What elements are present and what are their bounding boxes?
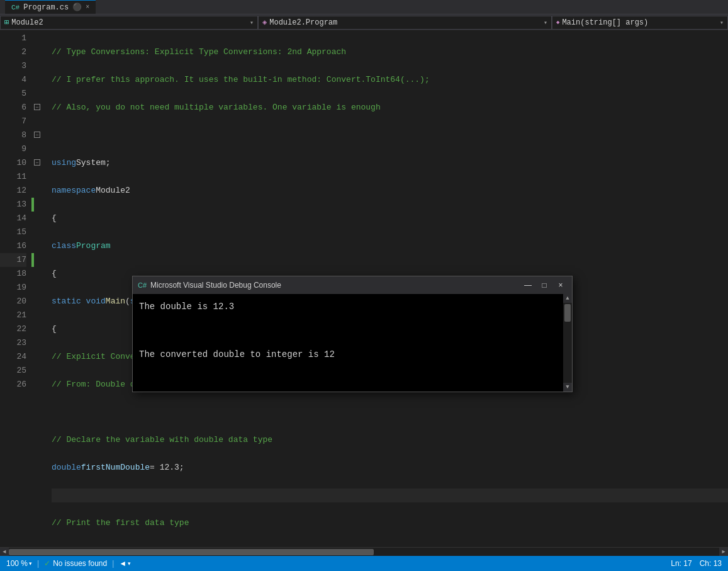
debug-title-text: Microsoft Visual Studio Debug Console (150, 281, 518, 290)
gutter: − − − (31, 30, 47, 547)
nav-arrow-container[interactable]: ◄ ▾ (119, 559, 131, 568)
status-divider: | (37, 559, 39, 568)
code-line: using System; (52, 156, 728, 170)
module-chevron: ▾ (250, 19, 254, 26)
check-icon: ✓ (44, 559, 50, 568)
tab-icon: C# (11, 4, 20, 11)
debug-scroll-up[interactable]: ▲ (563, 294, 572, 303)
debug-scrollbar[interactable]: ▲ ▼ (563, 294, 572, 392)
code-line: // I prefer this approach. It uses the b… (52, 73, 728, 87)
zoom-selector[interactable]: 100 % ▾ (6, 559, 32, 568)
status-issues[interactable]: ✓ No issues found (44, 559, 107, 568)
debug-close-btn[interactable]: × (554, 280, 567, 290)
method-icon: ◆ (556, 19, 559, 26)
nav-dropdown-icon[interactable]: ▾ (128, 560, 131, 567)
collapse-class[interactable]: − (34, 128, 42, 140)
tab-name: Program.cs (23, 3, 69, 12)
nav-left-icon[interactable]: ◄ (119, 559, 126, 568)
method-label: Main(string[] args) (562, 18, 648, 27)
debug-scroll-down[interactable]: ▼ (563, 383, 572, 392)
line-numbers: 12345 678910 1112131415 1617181920 21222… (0, 30, 31, 547)
green-bar-17 (31, 253, 34, 267)
debug-minimize-btn[interactable]: — (522, 280, 534, 290)
code-line (52, 128, 728, 142)
code-line: // Type Conversions: Explicit Type Conve… (52, 45, 728, 59)
zoom-label: 100 % (6, 559, 28, 568)
zoom-chevron: ▾ (29, 560, 32, 567)
cursor-position: Ln: 17 Ch: 13 (671, 559, 722, 568)
method-chevron: ▾ (720, 19, 724, 26)
debug-icon: C# (138, 281, 147, 289)
collapse-namespace[interactable]: − (34, 101, 42, 112)
h-scroll-left-btn[interactable]: ◄ (0, 548, 9, 557)
module-icon: ⊞ (4, 18, 9, 27)
h-scroll-thumb[interactable] (9, 549, 374, 555)
code-line: double firstNumDouble = 12.3; (52, 461, 728, 475)
module-label: Module2 (11, 18, 43, 27)
debug-line2 (139, 315, 559, 331)
code-line: // Declare the variable with double data… (52, 433, 728, 447)
member-dropdown[interactable]: ◈ Module2.Program ▾ (258, 16, 552, 30)
module-dropdown[interactable]: ⊞ Module2 ▾ (0, 16, 258, 30)
code-line: namespace Module2 (52, 184, 728, 198)
status-divider2: | (112, 559, 114, 568)
status-bar: 100 % ▾ | ✓ No issues found | ◄ ▾ Ln: 17… (0, 556, 728, 571)
debug-content: The double is 12.3 The converted double … (133, 294, 572, 392)
code-line: // Also, you do not need multiple variab… (52, 101, 728, 115)
code-line: // Print the first data type (52, 516, 728, 530)
method-dropdown[interactable]: ◆ Main(string[] args) ▾ (552, 16, 728, 30)
debug-console: C# Microsoft Visual Studio Debug Console… (132, 276, 573, 392)
debug-title-bar: C# Microsoft Visual Studio Debug Console… (133, 276, 572, 294)
tab-dot: ⚫ (72, 3, 82, 12)
code-line (52, 489, 728, 502)
debug-line3 (139, 331, 559, 346)
issues-label: No issues found (53, 559, 107, 568)
debug-scroll-thumb[interactable] (564, 304, 571, 322)
debug-restore-btn[interactable]: □ (538, 280, 551, 290)
nav-bar: ⊞ Module2 ▾ ◈ Module2.Program ▾ ◆ Main(s… (0, 14, 728, 30)
cursor-line: Ln: 17 (671, 559, 692, 568)
tab[interactable]: C# Program.cs ⚫ × (5, 0, 96, 14)
code-line (52, 405, 728, 419)
code-line: { (52, 212, 728, 225)
tab-close[interactable]: × (86, 4, 89, 11)
member-chevron: ▾ (544, 19, 547, 26)
cursor-col: Ch: 13 (700, 559, 722, 568)
h-scrollbar[interactable]: ◄ ► (0, 547, 728, 556)
member-label: Module2.Program (269, 18, 337, 27)
title-bar: C# Program.cs ⚫ × (0, 0, 728, 14)
green-bar-13 (31, 198, 34, 212)
debug-line4: The converted double to integer is 12 (139, 347, 559, 363)
member-icon: ◈ (262, 18, 267, 27)
code-line: class Program (52, 239, 728, 253)
h-scroll-right-btn[interactable]: ► (719, 548, 728, 557)
collapse-method[interactable]: − (34, 156, 42, 167)
debug-line1: The double is 12.3 (139, 299, 559, 315)
